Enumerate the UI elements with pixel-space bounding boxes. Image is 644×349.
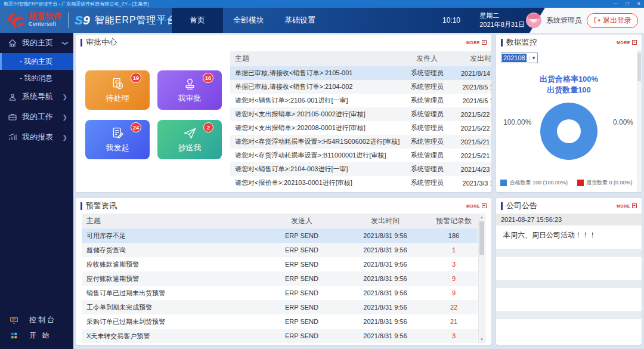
announcements-header: 公司公告 MORE + [496,198,642,214]
table-row[interactable]: 请您对<报价单>:202103-0001进行[审核]系统管理员2021/3/3 … [230,176,491,190]
tile-my-approvals[interactable]: 16 我审批 [157,70,222,110]
monitor-scrollbar[interactable] [637,50,642,192]
cell-time: 2021/4/23 14:06 [454,166,491,173]
user-area: 系统管理员 退出登录 [526,8,638,33]
window-title: 顺景S9智能ERP管理平台 - 广东顺景软件科技有限公司_ZY - [主菜单] [4,1,148,7]
cell-time: 2021/5/21 16:13 [454,138,491,146]
announcements-panel: 公司公告 MORE + 2021-08-27 15:56:23 本周六、周日公司… [496,198,642,345]
badge-count: 16 [203,73,213,83]
sidebar-item-my-home[interactable]: 我的主页 [0,53,73,70]
table-row[interactable]: 可用库存不足ERP SEND2021/8/31 9:56186 [82,228,478,243]
alerts-scrollbar[interactable]: ▲ ▼ [478,214,485,343]
announcements-more-button[interactable]: MORE + [617,203,637,208]
alerts-more-button[interactable]: MORE + [466,203,487,208]
table-row[interactable]: 请您对<销售订单>:2104-003进行[一审]系统管理员2021/4/23 1… [230,162,491,176]
cell-subject: 可用库存不足 [82,231,263,240]
table-row[interactable]: 单据已审核,请接收<销售订单>:2104-002系统管理员2021/8/5 16… [230,80,491,94]
stamp-icon [182,76,197,91]
cell-count: 3 [430,261,478,268]
table-row[interactable]: 应收账款逾期预警ERP SEND2021/8/31 9:563 [82,257,478,271]
period-select[interactable]: 202108 ▼ [501,52,538,63]
briefcase-icon [8,112,17,122]
cell-sender: 系统管理员 [400,96,454,105]
table-row[interactable]: X天未转交易客户预警ERP SEND2021/8/31 9:563 [82,329,478,343]
cell-count: 21 [430,318,478,325]
sidebar-group-label: 我的工作 [22,112,53,122]
cell-time: 2021/8/31 9:56 [340,261,430,268]
tab-home[interactable]: 首页 [172,8,223,33]
cell-subject: 请您对<支出报销单>:202105-0002进行[审核] [230,110,400,119]
clock-time: 10:10 [442,16,460,24]
empty-row [496,257,642,280]
table-row[interactable]: 单据已审核,请接收<销售订单>:2105-001系统管理员2021/8/14 1… [230,66,491,80]
table-row[interactable]: 请您对<存货浮动耗损率设置>:H54R1S006002进行[审核]系统管理员20… [230,135,491,149]
scroll-thumb[interactable] [637,52,641,81]
tile-label: 抄送我 [178,143,202,153]
cell-subject: 工令单到期未完成预警 [82,303,263,312]
data-monitor-panel: 数据监控 MORE + 202108 ▼ 出货合格率100% 出货数量100 1… [496,35,642,192]
table-row[interactable]: 请您对<销售订单>:2106-001进行[一审]系统管理员2021/6/5 14… [230,94,491,107]
sidebar-item-my-messages[interactable]: 我的消息 [0,70,73,87]
tile-label: 我审批 [178,93,202,104]
scroll-up-icon[interactable]: ▲ [479,215,485,219]
sidebar-group-my-work[interactable]: 我的工作 ❯ [0,107,73,127]
more-icon: + [632,203,637,208]
scroll-down-icon[interactable]: ▼ [479,338,485,341]
tab-basic-settings[interactable]: 基础设置 [274,8,326,33]
table-row[interactable]: 请您对<支出报销单>:202008-0001进行[审核]系统管理员2021/5/… [230,121,491,135]
tile-cc-me[interactable]: 2 抄送我 [157,120,222,159]
cell-count: 9 [430,275,478,282]
cell-count: 3 [430,332,478,339]
cell-time: 2021/8/31 9:56 [340,246,430,254]
cell-time: 2021/8/14 11:45 [454,70,491,77]
panel-accent-bar [80,202,82,210]
table-row[interactable]: 超储存货查询ERP SEND2021/8/31 9:561 [82,243,478,257]
approval-more-button[interactable]: MORE + [466,40,487,45]
main-nav: 首页 全部模块 基础设置 [172,8,326,33]
minimize-button[interactable]: – [614,0,617,8]
table-row[interactable]: 工令单到期未完成预警ERP SEND2021/8/31 9:5622 [82,300,478,314]
announcement-text[interactable]: 本周六、周日公司活动！！！ [496,226,642,249]
cell-sender: 系统管理员 [400,123,454,132]
empty-row-stripe [496,311,642,319]
tile-pending[interactable]: 19 待处理 [85,70,150,110]
table-row[interactable]: 请您对<存货浮动耗损率设置>:B11000001进行[审核]系统管理员2021/… [230,149,491,162]
donut-right-label: 0.00% [613,118,633,126]
cell-sender: ERP SEND [263,304,340,311]
scroll-thumb[interactable] [479,221,484,255]
data-monitor-more-button[interactable]: MORE + [617,40,637,45]
legend-swatch-red [577,180,584,186]
cell-sender: 系统管理员 [400,137,454,146]
sidebar-group-my-home[interactable]: 我的主页 ❯ [0,33,73,53]
table-row[interactable]: 应付账款逾期预警ERP SEND2021/8/31 9:569 [82,271,478,286]
sidebar-group-system-nav[interactable]: 系统导航 ❯ [0,87,73,107]
cell-sender: ERP SEND [263,246,340,254]
sidebar-footer: 控制台 开 始 [0,312,73,343]
close-button[interactable]: × [637,0,640,8]
start-label: 开 始 [29,331,51,341]
cell-sender: ERP SEND [263,232,340,239]
col-subject: 主题 [82,216,263,226]
cell-subject: X天未转交易客户预警 [82,332,263,341]
logout-icon [593,17,600,24]
cell-count: 1 [430,246,478,254]
console-button[interactable]: 控制台 [0,312,73,328]
cell-time: 2021/5/22 17:41 [454,111,491,118]
tab-all-modules[interactable]: 全部模块 [223,8,274,33]
logout-button[interactable]: 退出登录 [587,13,638,28]
chart-legend: 合格数量 100 (100.00%) 退货数量 0 (0.00%) [496,179,637,187]
sidebar-group-my-reports[interactable]: 我的报表 ❯ [0,127,73,147]
tile-initiated-by-me[interactable]: 24 我发起 [85,120,150,159]
avatar[interactable] [526,13,541,28]
table-row[interactable]: 采购订单已过期未到货预警ERP SEND2021/8/31 9:5621 [82,314,478,329]
cell-time: 2021/6/5 14:58 [454,97,491,104]
table-row[interactable]: 请您对<支出报销单>:202105-0002进行[审核]系统管理员2021/5/… [230,107,491,121]
app-header: 顺景软件 Centersoft S9 智能ERP管理平台 首页 全部模块 基础设… [0,8,644,33]
cell-time: 2021/8/31 9:56 [340,275,430,282]
start-button[interactable]: 开 始 [0,328,73,343]
table-row[interactable]: 销售订单已过期未出货预警ERP SEND2021/8/31 9:569 [82,286,478,300]
cell-count: 9 [430,289,478,297]
cell-subject: 销售订单已过期未出货预警 [82,289,263,298]
cell-sender: ERP SEND [263,289,340,297]
maximize-button[interactable]: □ [626,0,628,8]
